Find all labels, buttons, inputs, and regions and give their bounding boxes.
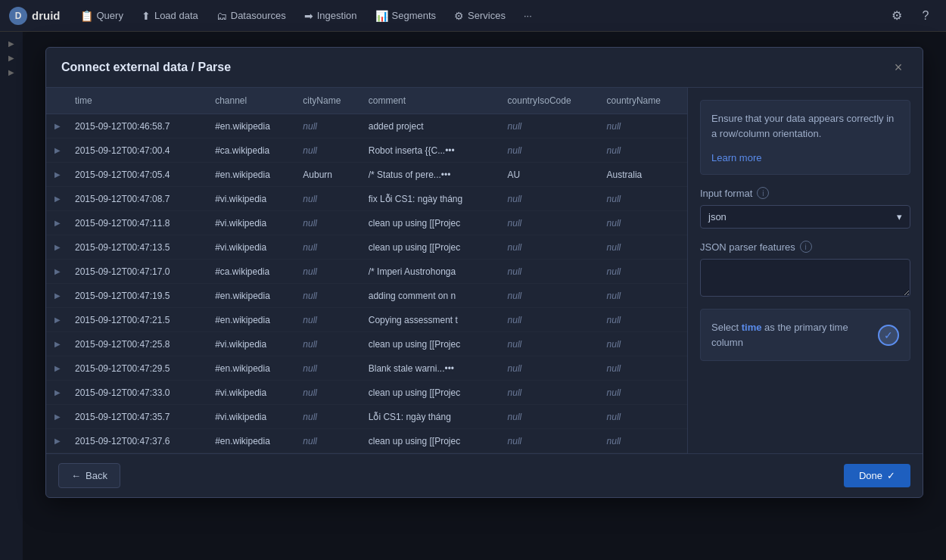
row-expand-btn[interactable]: ▶: [51, 435, 64, 446]
time-select-box: Select time as the primary time column ✓: [700, 309, 910, 361]
json-parser-textarea[interactable]: [700, 259, 910, 297]
row-expand-cell[interactable]: ▶: [46, 381, 69, 405]
nav-item-segments[interactable]: 📊 Segments: [368, 7, 444, 25]
learn-more-link[interactable]: Learn more: [711, 152, 761, 163]
cell-comment: Blank stale warni...•••: [363, 356, 502, 381]
cell-cityName: null: [297, 211, 362, 235]
nav-item-ingestion[interactable]: ➡ Ingestion: [297, 7, 365, 25]
input-format-select[interactable]: json ▾: [700, 205, 910, 229]
nav-item-query[interactable]: 📋 Query: [73, 7, 131, 25]
nav-item-datasources[interactable]: 🗂 Datasources: [209, 7, 294, 25]
sidebar-strip: ▶ ▶ ▶: [0, 32, 23, 560]
cell-cityName: null: [297, 114, 362, 138]
row-expand-btn[interactable]: ▶: [51, 387, 64, 398]
cell-countryIsoCode: null: [502, 211, 601, 235]
col-expand: [46, 88, 69, 114]
row-expand-cell[interactable]: ▶: [46, 356, 69, 381]
input-format-value: json: [708, 211, 727, 222]
cell-channel: #vi.wikipedia: [209, 332, 297, 356]
col-cityname: cityName: [297, 88, 362, 114]
cell-channel: #en.wikipedia: [209, 114, 297, 138]
background-content: ▶ ▶ ▶ Connect external data / Parse ×: [0, 32, 946, 560]
json-parser-info-icon[interactable]: i: [800, 241, 812, 253]
nav-label-more: ···: [524, 10, 532, 21]
row-expand-cell[interactable]: ▶: [46, 308, 69, 332]
cell-cityName: null: [297, 429, 362, 453]
cell-channel: #vi.wikipedia: [209, 381, 297, 405]
cell-countryName: null: [601, 260, 687, 284]
row-expand-cell[interactable]: ▶: [46, 284, 69, 308]
row-expand-cell[interactable]: ▶: [46, 260, 69, 284]
cell-countryName: null: [601, 405, 687, 429]
nav-right-controls: ⚙ ?: [885, 5, 937, 27]
nav-item-more[interactable]: ···: [516, 7, 540, 24]
cell-countryIsoCode: null: [502, 308, 601, 332]
row-expand-cell[interactable]: ▶: [46, 332, 69, 356]
row-expand-cell[interactable]: ▶: [46, 163, 69, 187]
logo-icon: D: [9, 7, 27, 25]
cell-channel: #ca.wikipedia: [209, 138, 297, 163]
row-expand-cell[interactable]: ▶: [46, 429, 69, 453]
cell-countryIsoCode: null: [502, 138, 601, 163]
modal-close-button[interactable]: ×: [889, 58, 907, 76]
row-expand-btn[interactable]: ▶: [51, 290, 64, 301]
input-format-label: Input format: [700, 188, 752, 199]
done-button[interactable]: Done ✓: [844, 464, 910, 487]
help-icon-btn[interactable]: ?: [914, 5, 937, 27]
table-row: ▶2015-09-12T00:47:19.5#en.wikipedianulla…: [46, 284, 687, 308]
cell-countryIsoCode: null: [502, 356, 601, 381]
time-select-check-button[interactable]: ✓: [878, 325, 899, 346]
row-expand-cell[interactable]: ▶: [46, 405, 69, 429]
cell-comment: Robot inserta {{C...•••: [363, 138, 502, 163]
modal-footer: ← Back Done ✓: [46, 453, 923, 497]
row-expand-btn[interactable]: ▶: [51, 169, 64, 180]
row-expand-cell[interactable]: ▶: [46, 114, 69, 138]
cell-countryIsoCode: null: [502, 114, 601, 138]
table-row: ▶2015-09-12T00:47:08.7#vi.wikipedianullf…: [46, 187, 687, 211]
cell-time: 2015-09-12T00:46:58.7: [69, 114, 209, 138]
row-expand-btn[interactable]: ▶: [51, 266, 64, 277]
cell-countryIsoCode: null: [502, 235, 601, 260]
cell-time: 2015-09-12T00:47:29.5: [69, 356, 209, 381]
row-expand-btn[interactable]: ▶: [51, 338, 64, 350]
row-expand-cell[interactable]: ▶: [46, 211, 69, 235]
cell-comment: clean up using [[Projec: [363, 235, 502, 260]
cell-time: 2015-09-12T00:47:19.5: [69, 284, 209, 308]
modal-body: time channel cityName comment countryIso…: [46, 88, 923, 453]
row-expand-btn[interactable]: ▶: [51, 411, 64, 422]
input-format-info-icon[interactable]: i: [757, 187, 769, 199]
cell-time: 2015-09-12T00:47:17.0: [69, 260, 209, 284]
sidebar-arrow-1[interactable]: ▶: [7, 38, 16, 49]
json-parser-label-row: JSON parser features i: [700, 241, 910, 253]
done-check-icon: ✓: [887, 470, 895, 481]
row-expand-cell[interactable]: ▶: [46, 187, 69, 211]
cell-time: 2015-09-12T00:47:00.4: [69, 138, 209, 163]
services-icon: ⚙: [454, 10, 464, 22]
cell-time: 2015-09-12T00:47:37.6: [69, 429, 209, 453]
table-scroll-area[interactable]: time channel cityName comment countryIso…: [46, 88, 687, 453]
row-expand-btn[interactable]: ▶: [51, 145, 64, 156]
col-channel: channel: [209, 88, 297, 114]
row-expand-btn[interactable]: ▶: [51, 193, 64, 204]
row-expand-btn[interactable]: ▶: [51, 362, 64, 374]
row-expand-btn[interactable]: ▶: [51, 314, 64, 325]
row-expand-btn[interactable]: ▶: [51, 120, 64, 132]
cell-countryIsoCode: AU: [502, 163, 601, 187]
sidebar-arrow-3[interactable]: ▶: [7, 67, 16, 78]
sidebar-arrow-2[interactable]: ▶: [7, 52, 16, 64]
cell-comment: adding comment on n: [363, 284, 502, 308]
row-expand-btn[interactable]: ▶: [51, 241, 64, 253]
row-expand-cell[interactable]: ▶: [46, 138, 69, 163]
row-expand-btn[interactable]: ▶: [51, 217, 64, 229]
cell-cityName: null: [297, 405, 362, 429]
time-select-prefix: Select: [711, 322, 739, 333]
settings-icon-btn[interactable]: ⚙: [885, 5, 908, 27]
cell-comment: clean up using [[Projec: [363, 211, 502, 235]
nav-label-ingestion: Ingestion: [317, 10, 357, 21]
json-parser-section: JSON parser features i: [700, 241, 910, 297]
nav-item-services[interactable]: ⚙ Services: [447, 7, 513, 25]
cell-countryName: null: [601, 429, 687, 453]
row-expand-cell[interactable]: ▶: [46, 235, 69, 260]
back-button[interactable]: ← Back: [58, 463, 120, 488]
nav-item-load-data[interactable]: ⬆ Load data: [134, 7, 206, 25]
